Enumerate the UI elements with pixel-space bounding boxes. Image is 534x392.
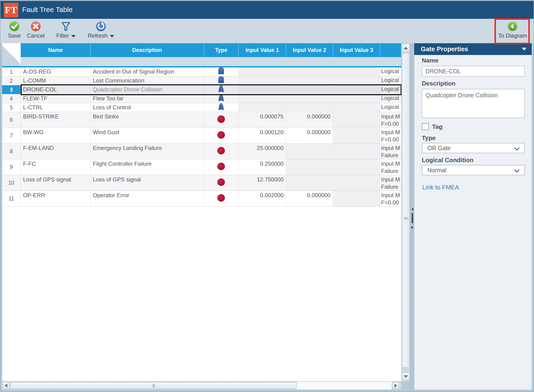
row-number-cell[interactable]: 11: [2, 191, 21, 206]
model-cell[interactable]: Logical: [380, 103, 401, 112]
row-number-cell[interactable]: 9: [2, 159, 21, 175]
name-cell[interactable]: Loss of GPS signal: [21, 175, 91, 191]
description-cell[interactable]: Bird Strike: [91, 112, 204, 128]
table-row[interactable]: 4FLEW-TFFlew Too farLogical: [2, 94, 401, 103]
model-cell[interactable]: Logical: [380, 67, 401, 76]
description-cell[interactable]: Lost Communication: [91, 76, 204, 85]
scroll-right-button[interactable]: [392, 382, 399, 389]
type-cell[interactable]: [204, 112, 239, 128]
filter-cell[interactable]: [333, 57, 380, 65]
model-cell[interactable]: Input MFailure: [380, 175, 401, 191]
row-number-cell[interactable]: 4: [2, 94, 21, 103]
fmea-link[interactable]: Link to FMEA: [422, 184, 459, 191]
horizontal-scrollbar-track[interactable]: [297, 382, 392, 389]
row-number-cell[interactable]: 7: [2, 128, 21, 143]
column-header-description[interactable]: Description: [91, 43, 204, 57]
table-row[interactable]: 9F-FCFlight Controller Failure0.250000In…: [2, 159, 401, 175]
type-cell[interactable]: [204, 159, 239, 175]
filter-cell[interactable]: [91, 57, 204, 65]
name-cell[interactable]: L-CTRL: [21, 103, 91, 112]
table-row[interactable]: 5L-CTRLLoss of ControlLogical: [2, 103, 401, 112]
input-value-1-cell[interactable]: 12.750000: [238, 175, 286, 191]
panel-header[interactable]: Gate Properties: [414, 43, 532, 55]
scroll-up-button[interactable]: [402, 44, 410, 52]
to-diagram-button[interactable]: To Diagram: [495, 21, 530, 39]
description-cell[interactable]: Emergency Landing Failure: [91, 144, 204, 159]
model-cell[interactable]: Input MF=0.00: [380, 191, 401, 206]
table-row[interactable]: 2L-COMMLost CommunicationLogical: [2, 76, 401, 85]
column-header-type[interactable]: Type: [204, 43, 239, 57]
description-field[interactable]: Quadcopter Drone Collision: [422, 89, 525, 118]
row-number-cell[interactable]: 10: [2, 175, 21, 191]
input-value-1-cell[interactable]: 0.002000: [238, 191, 286, 206]
type-cell[interactable]: [204, 103, 239, 112]
horizontal-scrollbar-thumb[interactable]: [10, 382, 297, 389]
model-cell[interactable]: Input MFailure: [380, 144, 401, 159]
input-value-1-cell[interactable]: 0.000075: [238, 112, 286, 128]
row-number-cell[interactable]: 8: [2, 144, 21, 159]
model-cell[interactable]: Input MFailure: [380, 159, 401, 175]
type-cell[interactable]: [204, 76, 239, 85]
model-cell[interactable]: Logical: [380, 85, 401, 94]
input-value-2-cell[interactable]: 0.000000: [286, 128, 333, 143]
table-row[interactable]: 10Loss of GPS signalLoss of GPS signal12…: [2, 175, 401, 191]
name-cell[interactable]: A-OS-REG: [21, 67, 91, 76]
row-number-cell[interactable]: 2: [2, 76, 21, 85]
table-row[interactable]: 7BW-WGWind Gust0.0001200.000000Input MF=…: [2, 128, 401, 144]
table-row[interactable]: 1A-OS-REGAccident in Out of Signal Regio…: [2, 67, 401, 76]
select-all-corner-cell[interactable]: [2, 43, 21, 66]
filter-cell[interactable]: [286, 57, 333, 65]
description-cell[interactable]: Quadcopter Drone Collision: [91, 85, 204, 94]
name-cell[interactable]: F-EM-LAND: [21, 144, 91, 159]
filter-cell[interactable]: [238, 57, 286, 65]
description-cell[interactable]: Flight Controller Failure: [91, 159, 204, 175]
name-cell[interactable]: FLEW-TF: [21, 94, 91, 103]
name-cell[interactable]: BIRD-STRIKE: [21, 112, 91, 128]
vertical-scrollbar[interactable]: [401, 43, 410, 381]
type-cell[interactable]: [204, 175, 239, 191]
type-cell[interactable]: [204, 144, 239, 159]
input-value-2-cell[interactable]: 0.000000: [286, 112, 333, 128]
table-row[interactable]: 3DRONE-COLQuadcopter Drone CollisionLogi…: [2, 85, 401, 94]
vertical-scrollbar-thumb[interactable]: [402, 53, 410, 368]
model-cell[interactable]: Input MF=0.00: [380, 112, 401, 128]
refresh-button[interactable]: Refresh: [83, 21, 119, 39]
tag-checkbox[interactable]: [422, 123, 429, 130]
type-cell[interactable]: [204, 191, 239, 206]
type-cell[interactable]: [204, 67, 239, 76]
description-cell[interactable]: Operator Error: [91, 191, 204, 206]
type-cell[interactable]: [204, 85, 239, 94]
row-number-cell[interactable]: 1: [2, 67, 21, 76]
filter-cell[interactable]: [21, 57, 91, 65]
description-cell[interactable]: Accident in Out of Signal Region: [91, 67, 204, 76]
scroll-down-button[interactable]: [402, 373, 410, 380]
name-cell[interactable]: L-COMM: [21, 76, 91, 85]
name-field[interactable]: DRONE-COL: [422, 66, 525, 77]
column-header-name[interactable]: Name: [21, 43, 91, 57]
table-row[interactable]: 6BIRD-STRIKEBird Strike0.0000750.000000I…: [2, 112, 401, 128]
type-cell[interactable]: [204, 128, 239, 143]
description-cell[interactable]: Wind Gust: [91, 128, 204, 143]
name-cell[interactable]: OP-ERR: [21, 191, 91, 206]
row-number-cell[interactable]: 6: [2, 112, 21, 128]
model-cell[interactable]: Logical: [380, 76, 401, 85]
input-value-1-cell[interactable]: 0.000120: [238, 128, 286, 143]
row-number-cell[interactable]: 3: [2, 85, 21, 94]
save-button[interactable]: Save: [4, 21, 24, 39]
name-cell[interactable]: DRONE-COL: [21, 85, 91, 94]
filter-button[interactable]: Filter: [50, 21, 81, 39]
table-row[interactable]: 8F-EM-LANDEmergency Landing Failure25.00…: [2, 144, 401, 159]
type-select[interactable]: OR Gate: [422, 143, 525, 153]
column-header-blank[interactable]: [380, 43, 401, 57]
name-cell[interactable]: F-FC: [21, 159, 91, 175]
input-value-2-cell[interactable]: 0.000000: [286, 191, 333, 206]
horizontal-scrollbar[interactable]: [2, 381, 401, 390]
table-row[interactable]: 11OP-ERROperator Error0.0020000.000000In…: [2, 191, 401, 207]
model-cell[interactable]: Logical: [380, 94, 401, 103]
splitter-handle[interactable]: [412, 213, 413, 223]
description-cell[interactable]: Loss of Control: [91, 103, 204, 112]
panel-splitter[interactable]: [410, 43, 414, 390]
column-header-input-value-2[interactable]: Input Value 2: [286, 43, 333, 57]
column-header-input-value-1[interactable]: Input Value 1: [238, 43, 286, 57]
row-number-cell[interactable]: 5: [2, 103, 21, 112]
